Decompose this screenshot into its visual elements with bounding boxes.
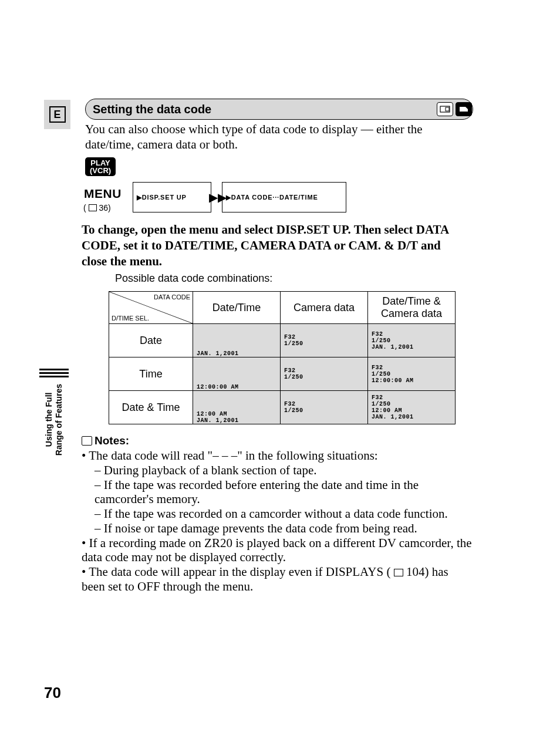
col-header-camera: Camera data xyxy=(281,292,368,324)
note-3-page: 104 xyxy=(406,565,425,579)
row-header-datetime: Date & Time xyxy=(109,391,193,424)
col-header-both: Date/Time & Camera data xyxy=(368,292,456,324)
note-2: If a recording made on ZR20 is played ba… xyxy=(82,536,472,565)
cell-date-camera: F32 1/250 xyxy=(281,324,368,357)
cell-date-datetime: JAN. 1,2001 xyxy=(193,324,281,357)
note-1-intro: The data code will read "– – –" in the f… xyxy=(89,448,377,463)
note-1-sub-0: During playback of a blank section of ta… xyxy=(95,463,472,478)
row-header-time: Time xyxy=(109,357,193,391)
cell-time-both: F32 1/250 12:00:00 AM xyxy=(368,357,456,391)
combinations-table: DATA CODE D/TIME SEL. Date/Time Camera d… xyxy=(109,291,456,424)
corner-bottom-label: D/TIME SEL. xyxy=(112,315,149,322)
cell-dt-both: F32 1/250 12:00 AM JAN. 1,2001 xyxy=(368,391,456,424)
cell-time-camera: F32 1/250 xyxy=(281,357,368,391)
mode-vcr-label: (VCR) xyxy=(90,167,111,174)
title-mode-icons xyxy=(437,102,472,116)
note-3: The data code will appear in the display… xyxy=(82,565,472,594)
section-title-bar: Setting the data code xyxy=(85,99,472,120)
intro-text: You can also choose which type of data c… xyxy=(85,122,466,152)
book-icon xyxy=(89,204,97,211)
mode-play-vcr: PLAY (VCR) xyxy=(85,157,116,176)
menu-heading: MENU xyxy=(84,187,122,201)
table-corner: DATA CODE D/TIME SEL. xyxy=(109,292,193,324)
notes-heading: Notes: xyxy=(82,434,129,447)
notes-label: Notes: xyxy=(95,434,129,447)
sidebar-text: Using the Full Range of Features xyxy=(44,384,64,456)
page-number: 70 xyxy=(44,684,61,702)
section-title: Setting the data code xyxy=(85,99,473,120)
instruction-text: To change, open the menu and select DISP… xyxy=(82,222,466,269)
section-sidebar: Using the Full Range of Features xyxy=(41,369,67,474)
menu-page-ref: ( 36) xyxy=(83,203,111,212)
row-header-date: Date xyxy=(109,324,193,357)
menu-step-data-code: ▶DATA CODE···DATE/TIME xyxy=(222,182,346,212)
cassette-icon xyxy=(437,102,453,116)
note-3-pre: The data code will appear in the display… xyxy=(89,565,390,579)
note-1-sub-1: If the tape was recorded before entering… xyxy=(95,478,472,507)
note-1-sub-3: If noise or tape damage prevents the dat… xyxy=(95,521,472,536)
book-icon xyxy=(394,569,403,576)
menu-ref-page: 36 xyxy=(99,203,108,212)
card-icon xyxy=(456,102,472,116)
sidebar-bars xyxy=(39,369,69,379)
notes-icon xyxy=(82,436,92,446)
corner-top-label: DATA CODE xyxy=(154,293,190,301)
col-header-datetime: Date/Time xyxy=(193,292,281,324)
notes-body: The data code will read "– – –" in the f… xyxy=(82,448,472,594)
cell-date-both: F32 1/250 JAN. 1,2001 xyxy=(368,324,456,357)
note-1: The data code will read "– – –" in the f… xyxy=(82,448,472,536)
table-caption: Possible data code combinations: xyxy=(115,272,272,285)
menu-step-disp-setup: ▶DISP.SET UP xyxy=(133,182,211,212)
svg-rect-1 xyxy=(446,107,449,111)
language-marker: E xyxy=(44,100,70,129)
cell-time-datetime: 12:00:00 AM xyxy=(193,357,281,391)
note-1-sub-2: If the tape was recorded on a camcorder … xyxy=(95,507,472,521)
cell-dt-datetime: 12:00 AM JAN. 1,2001 xyxy=(193,391,281,424)
cell-dt-camera: F32 1/250 xyxy=(281,391,368,424)
language-letter: E xyxy=(49,106,66,123)
